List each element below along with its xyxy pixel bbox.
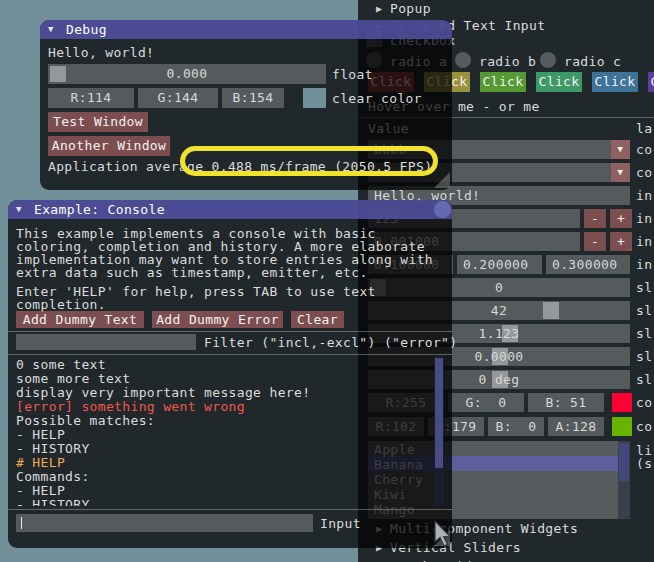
- close-button[interactable]: [434, 201, 451, 218]
- minus-button[interactable]: -: [584, 232, 606, 251]
- radio-c[interactable]: [540, 52, 556, 68]
- color-swatch[interactable]: [612, 417, 632, 436]
- clear-color-r-value: R:114: [48, 88, 134, 108]
- log-line: Possible matches:: [16, 414, 155, 427]
- clear-color-swatch[interactable]: [303, 88, 326, 108]
- listbox-scrollbar-grab[interactable]: [619, 443, 629, 481]
- label-value-label: la: [636, 122, 652, 135]
- slider-label: sl: [636, 350, 652, 363]
- minus-button[interactable]: -: [584, 209, 606, 228]
- screen: ▶ Popup ▶ Filtered Text Input checkbox r…: [0, 0, 654, 562]
- input-float3-z: 0.300000: [552, 255, 617, 274]
- float-slider-label: float: [332, 68, 373, 81]
- console-input-label: Input: [320, 517, 361, 530]
- separator: [8, 331, 452, 332]
- plus-button[interactable]: +: [610, 232, 632, 251]
- add-dummy-text-button[interactable]: Add Dummy Text: [16, 311, 144, 328]
- test-window-button[interactable]: Test Window: [48, 112, 148, 132]
- color-edit-label: co: [636, 396, 652, 409]
- collapse-arrow-icon[interactable]: ▼: [16, 205, 22, 214]
- tree-arrow-icon[interactable]: ▶: [376, 4, 382, 14]
- color-swatch[interactable]: [612, 393, 632, 412]
- log-line: - HISTORY: [16, 442, 90, 455]
- filter-label: Filter ("incl,-excl") ("error"): [204, 336, 457, 349]
- log-line: - HELP: [16, 484, 65, 497]
- collapse-arrow-icon[interactable]: ▼: [48, 25, 54, 34]
- color-edit-label: co: [636, 420, 652, 433]
- console-scrollbar-grab[interactable]: [435, 358, 443, 468]
- log-line: Commands:: [16, 470, 90, 483]
- radio-c-label: radio c: [564, 55, 621, 68]
- radio-b-label: radio b: [479, 55, 536, 68]
- filter-input[interactable]: [16, 334, 196, 350]
- resize-grip[interactable]: [434, 172, 450, 188]
- click-button-5[interactable]: Click: [592, 72, 638, 92]
- color-b-value: B: 51: [528, 393, 604, 412]
- input-float3-y: 0.200000: [463, 255, 528, 274]
- fps-stats-text: Application average 0.488 ms/frame (2050…: [48, 160, 432, 173]
- separator: [8, 354, 452, 355]
- clear-color-g-value: G:144: [138, 88, 218, 108]
- console-window: ▼ Example: Console This example implemen…: [8, 200, 452, 548]
- add-dummy-error-button[interactable]: Add Dummy Error: [152, 311, 283, 328]
- color-b-value: B: 0: [488, 417, 544, 436]
- log-line: display very important message here!: [16, 386, 310, 399]
- console-log[interactable]: 0 some text some more text display very …: [16, 356, 434, 506]
- plus-button[interactable]: +: [610, 209, 632, 228]
- text-cursor: [21, 517, 22, 529]
- console-input[interactable]: [16, 514, 313, 532]
- color-g-value: G: 0: [448, 393, 524, 412]
- click-button-3[interactable]: Click: [480, 72, 526, 92]
- slider-label: sl: [636, 281, 652, 294]
- log-line-command: # HELP: [16, 456, 65, 469]
- clear-color-label: clear color: [332, 92, 422, 105]
- intro-line: extra data such as timestamp, emitter, e…: [16, 266, 368, 279]
- window-title: Debug: [66, 23, 107, 36]
- mouse-cursor: [434, 520, 454, 550]
- log-line: - HISTORY: [16, 498, 90, 506]
- float-slider-value: 0.000: [48, 64, 326, 84]
- click-button-4[interactable]: Click: [536, 72, 582, 92]
- slider-label: sl: [636, 373, 652, 386]
- help-line: completion.: [16, 298, 106, 311]
- slider-label: sl: [636, 327, 652, 340]
- tree-node-popup[interactable]: Popup: [390, 2, 431, 15]
- input-float-label: in: [636, 235, 652, 248]
- listbox-label-line2: (s: [636, 457, 652, 470]
- another-window-button[interactable]: Another Window: [48, 136, 170, 156]
- click-button-6[interactable]: Click: [648, 72, 654, 92]
- combo-dropdown-button[interactable]: ▼: [611, 163, 630, 182]
- hello-text: Hello, world!: [48, 46, 154, 59]
- log-line: - HELP: [16, 428, 65, 441]
- debug-window: ▼ Debug Hello, world! 0.000 float R:114 …: [40, 20, 452, 190]
- clear-button[interactable]: Clear: [291, 311, 344, 328]
- combo-label: co: [636, 166, 652, 179]
- slider-label: sl: [636, 304, 652, 317]
- color-a-value: A:128: [548, 417, 604, 436]
- log-line: some more text: [16, 372, 130, 385]
- separator: [8, 509, 452, 510]
- window-title: Example: Console: [34, 203, 165, 216]
- log-line: 0 some text: [16, 358, 106, 371]
- log-line-error: [error] something went wrong: [16, 400, 245, 413]
- input-text-label: in: [636, 189, 652, 202]
- input-float3-label: in: [636, 258, 652, 271]
- radio-b[interactable]: [455, 52, 471, 68]
- combo-dropdown-button[interactable]: ▼: [611, 140, 630, 159]
- clear-color-b-value: B:154: [222, 88, 284, 108]
- combo-label: co: [636, 143, 652, 156]
- input-int-label: in: [636, 212, 652, 225]
